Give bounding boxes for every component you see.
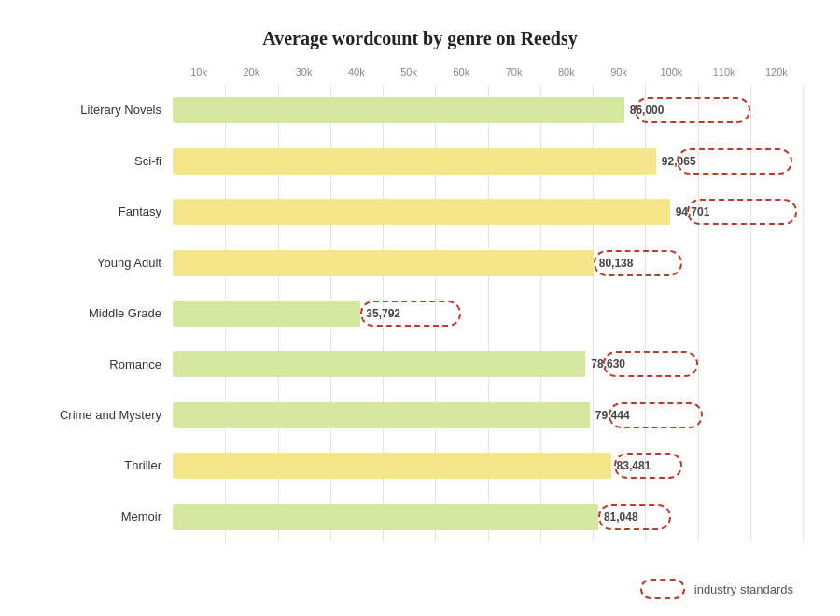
bar-value-label: 78,630 xyxy=(591,357,625,371)
y-label: Sci-fi xyxy=(37,154,173,169)
y-label: Romance xyxy=(37,357,173,372)
bar-fill xyxy=(173,199,670,225)
bar-fill xyxy=(173,97,624,123)
y-label: Crime and Mystery xyxy=(37,408,173,423)
bar-row: 94,701 xyxy=(173,189,803,234)
bar-row: 92,065 xyxy=(173,139,803,184)
y-label: Fantasy xyxy=(37,204,173,219)
legend: industry standards xyxy=(640,579,793,599)
y-label: Middle Grade xyxy=(37,306,173,321)
x-label: 10k xyxy=(173,66,225,77)
x-label: 50k xyxy=(383,66,435,77)
bar-value-label: 92,065 xyxy=(662,155,696,168)
y-label: Literary Novels xyxy=(37,103,173,118)
bar-row: 86,000 xyxy=(173,88,803,133)
bar-track: 83,481 xyxy=(173,453,803,479)
bar-fill xyxy=(173,504,598,530)
x-axis: 10k20k30k40k50k60k70k80k90k100k110k120k xyxy=(173,66,803,77)
bar-fill xyxy=(173,148,656,175)
bar-track: 92,065 xyxy=(173,148,803,175)
bar-value-label: 81,048 xyxy=(604,511,638,524)
bar-track: 86,000 xyxy=(173,97,803,123)
bar-fill xyxy=(173,301,360,327)
y-label: Thriller xyxy=(37,458,173,473)
y-label: Young Adult xyxy=(37,256,173,271)
bar-track: 81,048 xyxy=(173,504,803,530)
bar-track: 35,792 xyxy=(173,301,803,327)
bar-value-label: 94,701 xyxy=(676,205,710,218)
x-label: 30k xyxy=(278,66,330,77)
y-label: Memoir xyxy=(37,510,173,525)
x-label: 110k xyxy=(698,66,750,77)
bar-track: 78,630 xyxy=(173,351,803,377)
bar-row: 78,630 xyxy=(173,342,803,386)
bar-fill xyxy=(173,402,590,428)
bar-fill xyxy=(173,250,594,276)
bar-track: 79,444 xyxy=(173,402,803,428)
x-label: 90k xyxy=(593,66,645,77)
bar-row: 80,138 xyxy=(173,241,803,286)
grid-line xyxy=(803,85,804,542)
bar-track: 94,701 xyxy=(173,199,803,225)
chart-area: 10k20k30k40k50k60k70k80k90k100k110k120k … xyxy=(37,66,803,542)
x-label: 80k xyxy=(540,66,593,77)
bar-value-label: 79,444 xyxy=(595,409,630,422)
chart-title: Average wordcount by genre on Reedsy xyxy=(37,28,803,49)
bar-fill xyxy=(173,351,585,377)
x-label: 120k xyxy=(750,66,803,77)
x-label: 60k xyxy=(435,66,487,77)
bar-row: 35,792 xyxy=(173,291,803,336)
bar-row: 79,444 xyxy=(173,393,803,438)
bar-fill xyxy=(173,453,611,479)
bar-value-label: 86,000 xyxy=(630,104,665,117)
bar-row: 83,481 xyxy=(173,443,803,488)
legend-label: industry standards xyxy=(694,582,793,596)
legend-industry-box xyxy=(640,579,685,599)
bars-area: 86,00092,06594,70180,13835,79278,63079,4… xyxy=(173,85,803,542)
bar-row: 81,048 xyxy=(173,495,803,539)
chart-container: Average wordcount by genre on Reedsy 10k… xyxy=(0,0,840,616)
x-label: 20k xyxy=(225,66,277,77)
x-label: 70k xyxy=(488,66,540,77)
chart-body: Literary NovelsSci-fiFantasyYoung AdultM… xyxy=(37,85,803,542)
bar-value-label: 35,792 xyxy=(366,307,400,320)
x-label: 40k xyxy=(330,66,383,77)
x-label: 100k xyxy=(645,66,697,77)
bar-value-label: 83,481 xyxy=(617,459,651,472)
bar-track: 80,138 xyxy=(173,250,803,276)
y-labels: Literary NovelsSci-fiFantasyYoung AdultM… xyxy=(37,85,173,542)
bar-value-label: 80,138 xyxy=(599,257,634,270)
